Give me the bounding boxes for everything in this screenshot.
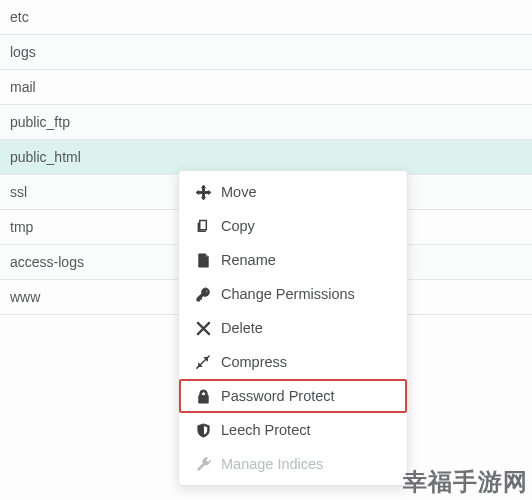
menu-item-password-protect[interactable]: Password Protect [179,379,407,413]
file-name: access-logs [10,254,84,270]
menu-item-label: Leech Protect [221,413,310,447]
copy-icon [193,219,213,234]
menu-item-label: Rename [221,243,276,277]
menu-item-label: Compress [221,345,287,379]
menu-item-label: Manage Indices [221,447,323,481]
file-name: logs [10,44,36,60]
menu-item-delete[interactable]: Delete [179,311,407,345]
shield-icon [193,423,213,438]
key-icon [193,287,213,302]
menu-item-leech-protect[interactable]: Leech Protect [179,413,407,447]
menu-item-rename[interactable]: Rename [179,243,407,277]
file-row-logs[interactable]: logs [0,35,532,70]
file-name: public_ftp [10,114,70,130]
compress-icon [193,355,213,370]
menu-item-label: Delete [221,311,263,345]
file-name: etc [10,9,29,25]
file-name: www [10,289,40,305]
menu-item-label: Password Protect [221,379,335,413]
rename-icon [193,253,213,268]
file-row-public-ftp[interactable]: public_ftp [0,105,532,140]
file-name: tmp [10,219,33,235]
file-name: public_html [10,149,81,165]
file-row-mail[interactable]: mail [0,70,532,105]
menu-item-label: Change Permissions [221,277,355,311]
lock-icon [193,389,213,404]
menu-item-compress[interactable]: Compress [179,345,407,379]
wrench-icon [193,457,213,472]
move-icon [193,185,213,200]
file-row-etc[interactable]: etc [0,0,532,35]
file-name: ssl [10,184,27,200]
menu-item-copy[interactable]: Copy [179,209,407,243]
context-menu: Move Copy Rename Change Permissions Dele… [178,170,408,486]
file-name: mail [10,79,36,95]
menu-item-manage-indices: Manage Indices [179,447,407,481]
watermark: 幸福手游网 [403,466,528,498]
menu-item-change-permissions[interactable]: Change Permissions [179,277,407,311]
menu-item-label: Copy [221,209,255,243]
menu-item-label: Move [221,175,256,209]
delete-icon [193,321,213,336]
menu-item-move[interactable]: Move [179,175,407,209]
